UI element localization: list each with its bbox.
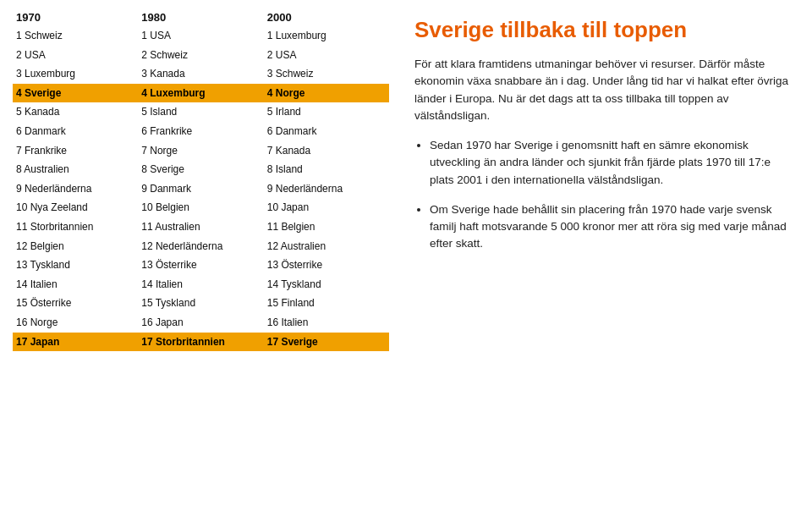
- table-cell: 5 Kanada: [13, 102, 138, 122]
- table-cell: 15 Österrike: [13, 294, 138, 313]
- table-cell: 8 Island: [264, 160, 389, 179]
- right-panel: Sverige tillbaka till toppen För att kla…: [398, 0, 812, 506]
- table-cell: 11 Belgien: [264, 217, 389, 237]
- table-row: 12 Belgien12 Nederländerna12 Australien: [13, 237, 389, 256]
- table-cell: 4 Norge: [264, 84, 389, 103]
- table-cell: 17 Japan: [13, 333, 138, 352]
- table-cell: 9 Nederländerna: [264, 179, 389, 199]
- table-cell: 13 Tyskland: [13, 256, 138, 275]
- table-cell: 17 Sverige: [264, 333, 389, 352]
- table-row: 3 Luxemburg3 Kanada3 Schweiz: [13, 64, 389, 84]
- col-header-1970: 1970: [13, 8, 138, 26]
- bullet-2: Om Sverige hade behållit sin placering f…: [430, 201, 791, 253]
- table-cell: 8 Sverige: [138, 160, 264, 179]
- table-cell: 5 Irland: [264, 102, 389, 122]
- table-row: 9 Nederländerna9 Danmark9 Nederländerna: [13, 179, 389, 199]
- table-cell: 17 Storbritannien: [138, 333, 264, 352]
- table-cell: 12 Belgien: [13, 237, 138, 256]
- table-cell: 2 USA: [13, 46, 138, 65]
- table-cell: 9 Danmark: [138, 179, 264, 199]
- table-cell: 1 Schweiz: [13, 26, 138, 46]
- table-cell: 16 Italien: [264, 313, 389, 333]
- table-cell: 12 Australien: [264, 237, 389, 256]
- table-cell: 1 USA: [138, 26, 264, 46]
- table-cell: 14 Tyskland: [264, 275, 389, 294]
- table-cell: 6 Danmark: [13, 122, 138, 141]
- table-cell: 3 Luxemburg: [13, 64, 138, 84]
- table-cell: 5 Island: [138, 102, 264, 122]
- table-row: 15 Österrike15 Tyskland15 Finland: [13, 294, 389, 313]
- bullet-1: Sedan 1970 har Sverige i genomsnitt haft…: [430, 137, 791, 189]
- table-cell: 14 Italien: [13, 275, 138, 294]
- table-cell: 2 USA: [264, 46, 389, 65]
- table-cell: 10 Nya Zeeland: [13, 198, 138, 217]
- table-cell: 10 Japan: [264, 198, 389, 217]
- table-cell: 11 Storbritannien: [13, 217, 138, 237]
- table-cell: 16 Norge: [13, 313, 138, 333]
- table-cell: 6 Danmark: [264, 122, 389, 141]
- rankings-table: 1970 1980 2000 1 Schweiz1 USA1 Luxemburg…: [13, 8, 389, 351]
- table-cell: 15 Finland: [264, 294, 389, 313]
- bullet-list: Sedan 1970 har Sverige i genomsnitt haft…: [414, 137, 791, 253]
- table-row: 17 Japan17 Storbritannien17 Sverige: [13, 333, 389, 352]
- table-row: 6 Danmark6 Frankrike6 Danmark: [13, 122, 389, 141]
- table-cell: 14 Italien: [138, 275, 264, 294]
- col-header-1980: 1980: [138, 8, 264, 26]
- table-cell: 13 Österrike: [138, 256, 264, 275]
- table-row: 7 Frankrike7 Norge7 Kanada: [13, 141, 389, 161]
- table-row: 2 USA2 Schweiz2 USA: [13, 46, 389, 65]
- table-row: 11 Storbritannien11 Australien11 Belgien: [13, 217, 389, 237]
- table-row: 8 Australien8 Sverige8 Island: [13, 160, 389, 179]
- table-cell: 8 Australien: [13, 160, 138, 179]
- left-panel: 1970 1980 2000 1 Schweiz1 USA1 Luxemburg…: [0, 0, 398, 506]
- table-cell: 12 Nederländerna: [138, 237, 264, 256]
- table-cell: 16 Japan: [138, 313, 264, 333]
- table-cell: 7 Norge: [138, 141, 264, 161]
- table-row: 5 Kanada5 Island5 Irland: [13, 102, 389, 122]
- table-cell: 13 Österrike: [264, 256, 389, 275]
- table-cell: 7 Kanada: [264, 141, 389, 161]
- table-cell: 1 Luxemburg: [264, 26, 389, 46]
- table-cell: 7 Frankrike: [13, 141, 138, 161]
- table-cell: 3 Kanada: [138, 64, 264, 84]
- table-cell: 3 Schweiz: [264, 64, 389, 84]
- table-row: 14 Italien14 Italien14 Tyskland: [13, 275, 389, 294]
- page-title: Sverige tillbaka till toppen: [414, 17, 791, 43]
- table-cell: 11 Australien: [138, 217, 264, 237]
- table-row: 1 Schweiz1 USA1 Luxemburg: [13, 26, 389, 46]
- table-cell: 4 Sverige: [13, 84, 138, 103]
- intro-text: För att klara framtidens utmaningar behö…: [414, 56, 791, 124]
- table-row: 4 Sverige4 Luxemburg4 Norge: [13, 84, 389, 103]
- table-cell: 9 Nederländerna: [13, 179, 138, 199]
- table-row: 16 Norge16 Japan16 Italien: [13, 313, 389, 333]
- col-header-2000: 2000: [264, 8, 389, 26]
- table-row: 13 Tyskland13 Österrike13 Österrike: [13, 256, 389, 275]
- table-cell: 6 Frankrike: [138, 122, 264, 141]
- table-cell: 2 Schweiz: [138, 46, 264, 65]
- table-cell: 4 Luxemburg: [138, 84, 264, 103]
- table-row: 10 Nya Zeeland10 Belgien10 Japan: [13, 198, 389, 217]
- table-cell: 10 Belgien: [138, 198, 264, 217]
- table-cell: 15 Tyskland: [138, 294, 264, 313]
